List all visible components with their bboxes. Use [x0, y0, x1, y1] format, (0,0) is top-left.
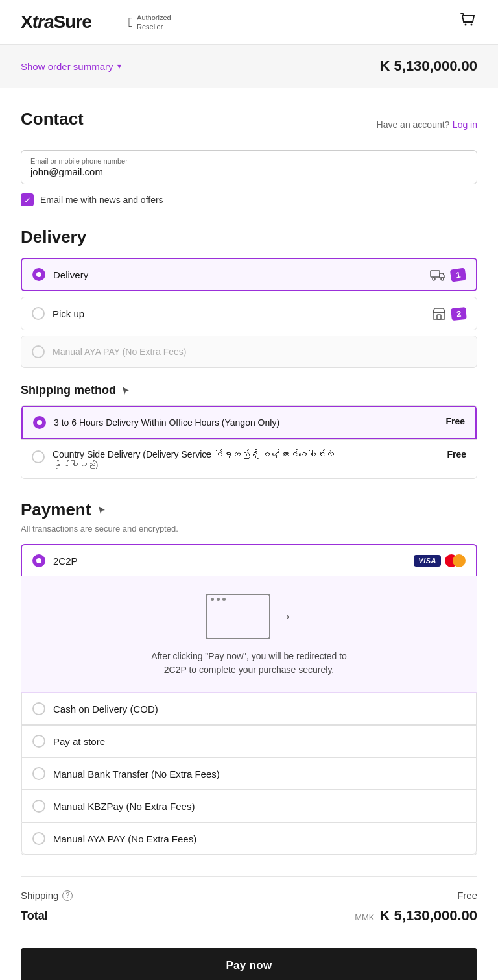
delivery-option-left: Delivery — [32, 268, 88, 281]
shipping-radio-countryside — [32, 450, 45, 463]
redirect-arrow-icon: → — [278, 608, 292, 625]
svg-point-0 — [465, 24, 467, 26]
payment-card-icons: VISA — [414, 554, 466, 567]
contact-title: Contact — [21, 109, 84, 129]
order-total-amount: K 5,130,000.00 — [380, 58, 477, 75]
payment-aya-label: Manual AYA PAY (No Extra Fees) — [53, 833, 196, 844]
mastercard-icon — [445, 554, 466, 567]
payment-secure-text: All transactions are secure and encrypte… — [21, 524, 477, 533]
browser-dot-1 — [211, 598, 214, 601]
shipping-method-title: Shipping method — [21, 384, 116, 397]
show-order-summary-button[interactable]: Show order summary ▾ — [21, 61, 121, 72]
payment-radio-bank — [32, 767, 45, 780]
delivery-label: Delivery — [53, 269, 88, 280]
logo-sure: Sure — [53, 12, 91, 32]
contact-header: Contact Have an account? Log in — [21, 109, 477, 140]
newsletter-checkbox-row[interactable]: ✓ Email me with news and offers — [21, 193, 477, 206]
grand-total-value: K 5,130,000.00 — [380, 907, 477, 924]
logo: XtraSure — [21, 12, 91, 32]
payment-other-options: Cash on Delivery (COD) Pay at store Manu… — [21, 693, 477, 855]
mc-right — [453, 554, 466, 567]
payment-option-aya[interactable]: Manual AYA PAY (No Extra Fees) — [21, 822, 477, 855]
delivery-option-hidden[interactable]: Manual AYA PAY (No Extra Fees) — [21, 336, 477, 368]
delivery-option-delivery[interactable]: Delivery 1 — [21, 258, 477, 291]
payment-2c2p-container: 2C2P VISA — [21, 544, 477, 693]
browser-window-icon — [206, 594, 270, 639]
payment-bank-label: Manual Bank Transfer (No Extra Fees) — [53, 768, 220, 779]
cart-icon — [459, 11, 477, 29]
pickup-option-left: Pick up — [32, 307, 84, 320]
shipping-total-row: Shipping ? Free — [21, 890, 477, 901]
pay-now-button[interactable]: Pay now — [21, 948, 477, 980]
shipping-options-container: 3 to 6 Hours Delivery Within Office Hour… — [21, 405, 477, 479]
payment-2c2p-row: 2C2P VISA — [22, 545, 476, 576]
shipping-countryside-price: Free — [447, 449, 466, 459]
authorized-reseller-text: Authorized Reseller — [137, 13, 171, 32]
shipping-total-label: Shipping ? — [21, 890, 73, 901]
delivery-option-right: 1 — [430, 268, 466, 281]
email-input-wrapper[interactable]: Email or mobile phone number john@gmail.… — [21, 150, 477, 184]
contact-section: Contact Have an account? Log in Email or… — [21, 109, 477, 206]
login-link[interactable]: Log in — [453, 119, 477, 130]
pickup-badge-2: 2 — [451, 307, 467, 321]
payment-radio-cod — [32, 702, 45, 715]
show-order-summary-label: Show order summary — [21, 61, 113, 72]
payment-cod-label: Cash on Delivery (COD) — [53, 704, 158, 715]
have-account-text: Have an account? Log in — [377, 119, 477, 130]
totals-section: Shipping ? Free Total MMK K 5,130,000.00 — [21, 876, 477, 937]
shipping-option-countryside[interactable]: Country Side Delivery (Delivery Service … — [21, 439, 477, 478]
browser-dot-3 — [222, 598, 226, 601]
cart-button[interactable] — [459, 11, 477, 33]
payment-store-label: Pay at store — [53, 736, 105, 747]
shipping-info-icon[interactable]: ? — [62, 890, 73, 901]
grand-total-label: Total — [21, 909, 48, 923]
logo-x: X — [21, 12, 32, 32]
payment-option-kbz[interactable]: Manual KBZPay (No Extra Fees) — [21, 790, 477, 822]
payment-option-cod[interactable]: Cash on Delivery (COD) — [21, 693, 477, 725]
logo-tra: tra — [32, 12, 54, 32]
newsletter-checkbox[interactable]: ✓ — [21, 193, 34, 206]
delivery-truck-icon — [430, 268, 445, 281]
pickup-option-right: 2 — [432, 306, 466, 321]
browser-mock-illustration: → — [206, 594, 292, 639]
payment-radio-inner — [36, 558, 42, 563]
shipping-option-fast[interactable]: 3 to 6 Hours Delivery Within Office Hour… — [21, 406, 477, 439]
browser-dot-2 — [217, 598, 220, 601]
payment-option-store[interactable]: Pay at store — [21, 725, 477, 757]
delivery-title: Delivery — [21, 227, 477, 247]
hidden-radio — [32, 345, 45, 358]
pickup-radio-unselected — [32, 307, 45, 320]
payment-option-bank[interactable]: Manual Bank Transfer (No Extra Fees) — [21, 757, 477, 790]
payment-option-2c2p[interactable]: 2C2P VISA — [21, 544, 477, 576]
email-field-label: Email or mobile phone number — [30, 157, 468, 165]
pay-now-section: Pay now — [21, 937, 477, 980]
store-icon — [432, 306, 446, 321]
payment-radio-aya — [32, 832, 45, 845]
shipping-countryside-label: Country Side Delivery (Delivery Service … — [53, 449, 334, 459]
delivery-option-pickup[interactable]: Pick up 2 — [21, 297, 477, 330]
shipping-total-value: Free — [457, 890, 477, 901]
hidden-option-label: Manual AYA PAY (No Extra Fees) — [53, 347, 186, 357]
payment-header: Payment — [21, 500, 477, 520]
svg-point-3 — [433, 278, 435, 280]
order-summary-bar: Show order summary ▾ K 5,130,000.00 — [0, 45, 498, 88]
shipping-label-text: Shipping — [21, 890, 58, 901]
shipping-radio-selected — [33, 416, 46, 429]
payment-radio-2c2p — [32, 554, 45, 567]
checkmark-icon: ✓ — [24, 196, 31, 204]
redirect-info-box: → After clicking "Pay now", you will be … — [21, 576, 477, 693]
apple-logo-icon:  — [128, 15, 133, 30]
logo-divider — [110, 10, 110, 34]
chevron-down-icon: ▾ — [117, 62, 121, 71]
delivery-badge-1: 1 — [450, 267, 467, 282]
payment-2c2p-label: 2C2P — [53, 556, 78, 567]
pickup-label: Pick up — [53, 308, 84, 319]
shipping-fast-label: 3 to 6 Hours Delivery Within Office Hour… — [54, 417, 279, 428]
shipping-countryside-sublabel: နိုင်ပါသည်) — [53, 459, 334, 469]
payment-kbz-label: Manual KBZPay (No Extra Fees) — [53, 801, 195, 812]
shipping-fast-price: Free — [445, 416, 465, 426]
grand-total-right: MMK K 5,130,000.00 — [355, 907, 477, 924]
logo-area: XtraSure  Authorized Reseller — [21, 10, 171, 34]
payment-2c2p-left: 2C2P — [32, 554, 78, 567]
payment-title: Payment — [21, 500, 91, 520]
